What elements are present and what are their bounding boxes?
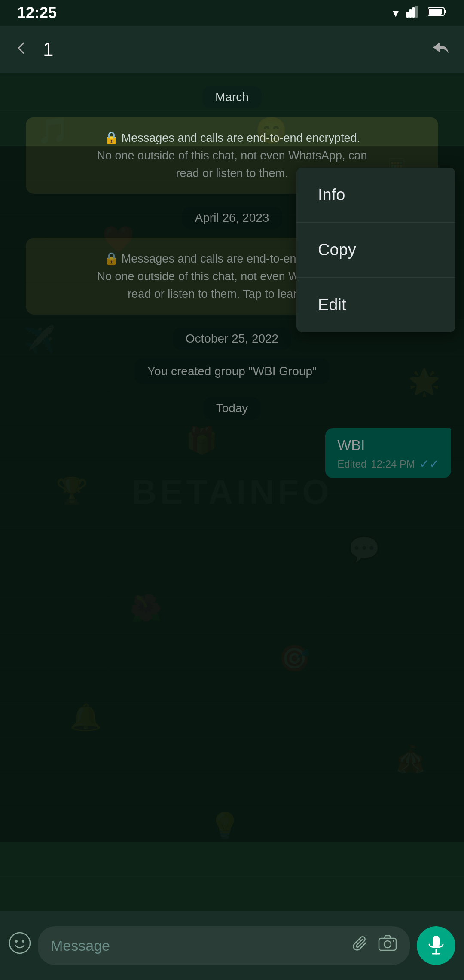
selected-count: 1 [43, 39, 53, 60]
svg-point-8 [15, 940, 18, 943]
svg-rect-3 [415, 6, 418, 18]
svg-point-11 [384, 941, 391, 948]
svg-rect-1 [409, 9, 412, 18]
wifi-icon: ▾ [393, 6, 399, 20]
svg-point-9 [22, 940, 24, 943]
chat-background: 🎵 😊 📱 ❤️ 🎂 ✈️ 🌟 🎁 🏆 💬 🌺 🎯 🔔 🎪 💡 March 🔒M… [0, 73, 464, 911]
context-menu-item-info[interactable]: Info [296, 168, 455, 223]
status-icons: ▾ [393, 6, 447, 21]
input-bar: Message [0, 911, 464, 980]
status-time: 12:25 [17, 4, 57, 22]
message-placeholder: Message [51, 937, 343, 954]
voice-button[interactable] [417, 926, 455, 965]
lock-icon-1: 🔒 [104, 131, 119, 144]
attach-button[interactable] [351, 934, 369, 957]
svg-point-12 [393, 940, 394, 942]
status-bar: 12:25 ▾ [0, 0, 464, 26]
svg-rect-6 [429, 9, 442, 15]
context-menu: Info Copy Edit [296, 168, 455, 332]
svg-rect-2 [412, 7, 415, 18]
signal-icon [406, 6, 420, 21]
svg-point-7 [9, 933, 30, 953]
svg-rect-13 [433, 936, 440, 948]
date-badge-march: March [0, 86, 464, 108]
emoji-button[interactable] [9, 932, 31, 959]
svg-rect-5 [444, 10, 446, 13]
svg-rect-0 [406, 12, 409, 18]
context-menu-overlay[interactable]: Info Copy Edit [0, 146, 464, 842]
context-menu-item-copy[interactable]: Copy [296, 223, 455, 278]
back-button[interactable] [13, 38, 30, 61]
battery-icon [428, 6, 447, 20]
context-menu-item-edit[interactable]: Edit [296, 278, 455, 332]
top-bar: 1 [0, 26, 464, 73]
camera-button[interactable] [378, 935, 397, 956]
message-input-container[interactable]: Message [38, 926, 410, 965]
reply-button[interactable] [430, 39, 451, 60]
